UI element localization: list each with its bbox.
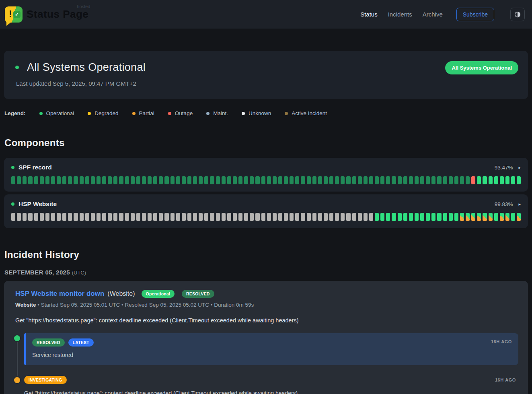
uptime-bar-unknown: [34, 213, 38, 221]
latest-update-box: RESOLVED LATEST 16H AGO Service restored: [24, 333, 518, 365]
uptime-bar-dim: [131, 176, 135, 184]
component-name: SPF record: [18, 164, 52, 171]
uptime-percentage: 99.83%: [495, 201, 513, 207]
incident-state-badge: RESOLVED: [182, 290, 214, 298]
uptime-bar-dim: [187, 176, 191, 184]
uptime-bar-unknown: [204, 213, 208, 221]
legend-item-label: Operational: [46, 110, 74, 116]
uptime-bar-dim: [148, 176, 152, 184]
uptime-bar-chart: [11, 176, 521, 184]
uptime-bar-dim: [375, 176, 379, 184]
uptime-bar-dim: [119, 176, 123, 184]
maint-dot-icon: [206, 112, 210, 115]
uptime-bar-dim: [278, 176, 282, 184]
uptime-bar-unknown: [62, 213, 66, 221]
incident-date-heading: SEPTEMBER 05, 2025 (UTC): [4, 269, 528, 276]
uptime-bar-operational: [437, 213, 441, 221]
uptime-bar-dim: [454, 176, 458, 184]
uptime-bar-dim: [80, 176, 84, 184]
uptime-bar-dim: [364, 176, 368, 184]
component-header[interactable]: HSP Website 99.83% ▸: [11, 200, 521, 208]
uptime-bar-partial: [505, 213, 509, 221]
active-incident-dot-icon: [285, 112, 288, 115]
uptime-bar-dim: [136, 176, 140, 184]
uptime-bar-unknown: [284, 213, 288, 221]
uptime-bar-dim: [176, 176, 180, 184]
uptime-bar-unknown: [51, 213, 55, 221]
uptime-bar-dim: [290, 176, 294, 184]
uptime-bar-unknown: [335, 213, 339, 221]
uptime-bar-dim: [170, 176, 175, 184]
uptime-bar-dim: [437, 176, 441, 184]
uptime-bar-dim: [250, 176, 254, 184]
uptime-bar-dim: [108, 176, 112, 184]
status-dot-icon: [15, 66, 19, 69]
uptime-bar-partial: [471, 213, 475, 221]
uptime-bar-partial: [477, 213, 481, 221]
incident-date: SEPTEMBER 05, 2025: [4, 269, 70, 276]
uptime-bar-unknown: [187, 213, 191, 221]
resolved-badge: RESOLVED: [32, 338, 65, 347]
uptime-bar-dim: [57, 176, 61, 184]
overall-status-badge: All Systems Operational: [445, 61, 518, 74]
uptime-bar-unknown: [244, 213, 248, 221]
uptime-bar-unknown: [80, 213, 84, 221]
uptime-bar-operational: [511, 213, 515, 221]
expand-icon[interactable]: ▸: [518, 165, 521, 170]
uptime-bar-dim: [244, 176, 248, 184]
uptime-bar-unknown: [17, 213, 21, 221]
uptime-bar-unknown: [364, 213, 368, 221]
nav-archive[interactable]: Archive: [423, 11, 443, 18]
uptime-bar-unknown: [369, 213, 373, 221]
uptime-bar-dim: [284, 176, 288, 184]
uptime-bar-unknown: [68, 213, 72, 221]
uptime-bar-partial: [517, 213, 521, 221]
uptime-bar-dim: [113, 176, 117, 184]
uptime-bar-dim: [74, 176, 78, 184]
timeline-connector-line: [17, 341, 18, 377]
update-time-ago: 16H AGO: [495, 377, 516, 382]
uptime-bar-dim: [193, 176, 197, 184]
last-updated-text: Last updated Sep 5, 2025, 09:47 PM GMT+2: [16, 80, 518, 87]
uptime-bar-dim: [222, 176, 226, 184]
legend-item-maint: Maint.: [206, 110, 228, 116]
uptime-bar-unknown: [113, 213, 117, 221]
uptime-bar-operational: [392, 213, 396, 221]
uptime-bar-outage: [471, 176, 475, 184]
uptime-bar-operational: [426, 213, 430, 221]
nav-incidents[interactable]: Incidents: [388, 11, 412, 18]
uptime-bar-dim: [318, 176, 322, 184]
timeline-dot-investigating-icon: [14, 377, 20, 383]
uptime-bar-dim: [392, 176, 396, 184]
subscribe-button[interactable]: Subscribe: [456, 8, 494, 21]
component-status-dot-icon: [11, 166, 14, 169]
uptime-bar-operational: [415, 213, 419, 221]
uptime-bar-unknown: [102, 213, 106, 221]
expand-icon[interactable]: ▸: [518, 202, 521, 207]
uptime-bar-dim: [460, 176, 464, 184]
uptime-bar-unknown: [11, 213, 15, 221]
incident-title-link[interactable]: HSP Website monitor down: [15, 290, 104, 298]
uptime-bar-unknown: [352, 213, 356, 221]
uptime-bar-unknown: [307, 213, 311, 221]
uptime-bar-dim: [34, 176, 38, 184]
theme-toggle-button[interactable]: [510, 8, 525, 21]
incident-history-heading: Incident History: [4, 249, 528, 260]
uptime-bar-operational: [380, 213, 384, 221]
uptime-bar-operational: [500, 176, 504, 184]
brand-superscript: hosted: [77, 4, 90, 9]
update-message: Get "https://hostedstatus.page": context…: [24, 390, 518, 394]
nav-status[interactable]: Status: [360, 11, 378, 18]
uptime-bar-unknown: [358, 213, 362, 221]
uptime-bar-dim: [11, 176, 15, 184]
uptime-bar-unknown: [312, 213, 316, 221]
update-message: Service restored: [32, 352, 512, 358]
uptime-bar-unknown: [238, 213, 242, 221]
brand[interactable]: ! ✓ hosted Status Page: [5, 6, 88, 23]
uptime-bar-unknown: [255, 213, 259, 221]
operational-dot-icon: [39, 112, 43, 115]
uptime-bar-unknown: [199, 213, 203, 221]
uptime-bar-dim: [431, 176, 435, 184]
component-header[interactable]: SPF record 93.47% ▸: [11, 164, 521, 171]
main-nav: Status Incidents Archive Subscribe: [360, 8, 525, 21]
